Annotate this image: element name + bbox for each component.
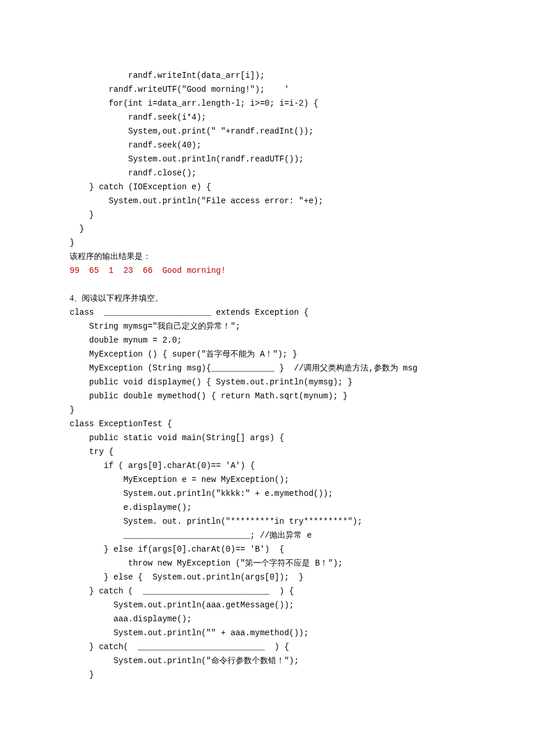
code-line: } [70,222,464,236]
code-line: System. out. println("*********in try***… [70,514,464,528]
code-line: MyException (String msg){_____________ }… [70,361,464,375]
code-line: public double mymethod() { return Math.s… [70,389,464,403]
code-line: } catch( __________________________ ) { [70,640,464,654]
code-line: aaa.displayme(); [70,612,464,626]
code-line: throw new MyException ("第一个字符不应是 B！"); [70,556,464,570]
code-line: System.out.println("kkkk:" + e.mymethod(… [70,487,464,501]
code-line: } [70,208,464,222]
code-line: } catch ( __________________________ ) { [70,584,464,598]
code-line: System.out.println("命令行参数个数错！"); [70,654,464,668]
code-line: randf.writeUTF("Good morning!"); ' [70,82,464,96]
code-line: class ExceptionTest { [70,417,464,431]
code-line: } [70,403,464,417]
code-line: MyException () { super("首字母不能为 A！"); } [70,347,464,361]
code-line: public void displayme() { System.out.pri… [70,375,464,389]
code-line: } [70,236,464,250]
document-page: randf.writeInt(data_arr[i]); randf.write… [0,0,534,717]
code-line: randf.seek(i*4); [70,110,464,124]
code-line: } [70,668,464,682]
question-title: 4、阅读以下程序并填空。 [70,291,464,305]
code-line: e.displayme(); [70,501,464,514]
code-line: System.out.println(randf.readUTF()); [70,152,464,166]
code-line: __________________________; //抛出异常 e [70,528,464,542]
code-line: } else { System.out.println(args[0]); } [70,570,464,584]
code-line: try { [70,445,464,459]
code-line: randf.close(); [70,166,464,180]
code-line: public static void main(String[] args) { [70,431,464,445]
code-line: randf.writeInt(data_arr[i]); [70,69,464,82]
code-line: for(int i=data_arr.length-l; i>=0; i=i-2… [70,96,464,110]
code-line: randf.seek(40); [70,138,464,152]
code-line: } catch (IOException e) { [70,180,464,194]
code-line: System.out.println("File access error: "… [70,194,464,208]
code-line: if ( args[0].charAt(0)== 'A') { [70,459,464,473]
blank-line [70,278,464,291]
result-label: 该程序的输出结果是： [70,250,464,264]
result-value: 99 65 1 23 66 Good morning! [70,264,464,278]
code-line: System,out.print(" "+randf.readInt()); [70,124,464,138]
code-line: } else if(args[0].charAt(0)== 'B') { [70,542,464,556]
code-line: System.out.println("" + aaa.mymethod()); [70,626,464,640]
code-line: double mynum = 2.0; [70,333,464,347]
code-line: MyException e = new MyException(); [70,473,464,487]
code-line: class ______________________ extends Exc… [70,305,464,319]
code-line: System.out.println(aaa.getMessage()); [70,598,464,612]
code-line: String mymsg="我自己定义的异常！"; [70,319,464,333]
